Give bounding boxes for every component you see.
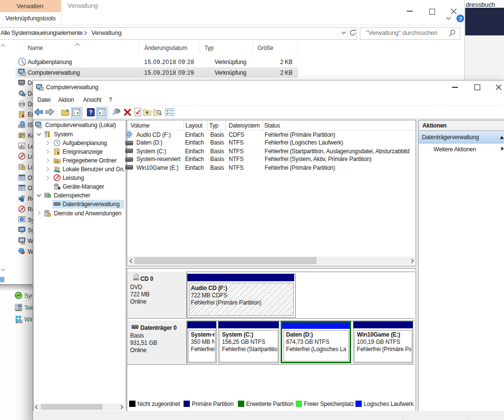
svg-text:?: ?	[89, 109, 92, 116]
svg-text:?: ?	[21, 217, 23, 222]
